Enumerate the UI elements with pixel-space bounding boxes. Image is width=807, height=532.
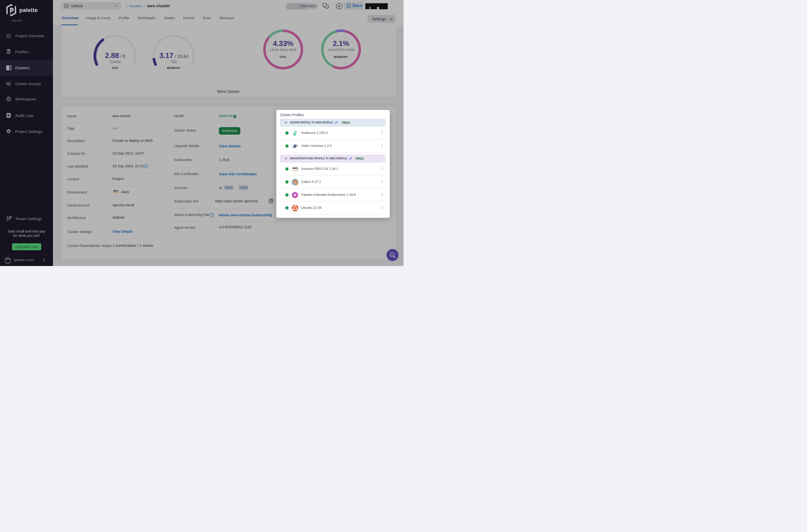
svg-text:aws: aws: [292, 166, 298, 170]
